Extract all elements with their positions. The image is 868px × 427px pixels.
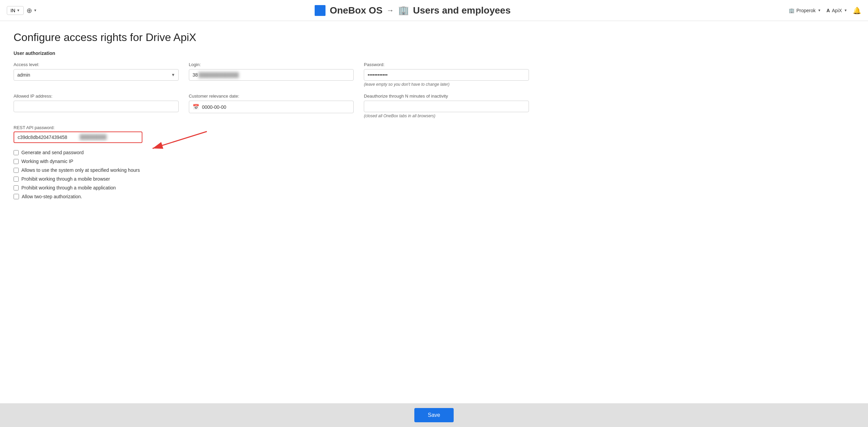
checkbox-dynamic-ip-label: Working with dynamic IP <box>21 159 73 164</box>
allowed-ip-input[interactable] <box>14 101 179 112</box>
company-name: Properok <box>796 8 816 13</box>
main-content: Configure access rights for Drive ApiX U… <box>0 21 542 209</box>
customer-relevance-input[interactable]: 0000-00-00 <box>202 104 350 110</box>
checkbox-working-hours-input[interactable] <box>14 168 19 173</box>
access-level-label: Access level: <box>14 62 179 67</box>
section-label: User authorization <box>14 50 529 56</box>
checkbox-dynamic-ip-input[interactable] <box>14 159 19 164</box>
checkbox-mobile-app-input[interactable] <box>14 185 19 190</box>
access-level-select[interactable]: admin user manager <box>14 69 179 81</box>
header: IN ▼ ⊕ ▼ OneBox OS → 🏢 Users and employe… <box>0 0 868 21</box>
header-center: OneBox OS → 🏢 Users and employees <box>37 5 789 16</box>
deauth-col: Deauthorize through N minutes of inactiv… <box>364 94 529 118</box>
access-level-col: Access level: admin user manager ▼ <box>14 62 179 81</box>
checkbox-mobile-app-label: Prohibit working through a mobile applic… <box>21 185 116 190</box>
checkbox-working-hours[interactable]: Allows to use the system only at specifi… <box>14 167 529 173</box>
user-name: ApiX <box>832 8 842 13</box>
in-dropdown-arrow: ▼ <box>17 8 20 12</box>
user-dropdown-arrow: ▼ <box>844 8 847 12</box>
access-level-select-wrapper: admin user manager ▼ <box>14 69 179 81</box>
rest-api-label: REST API password: <box>14 125 529 130</box>
company-icon: 🏢 <box>789 8 794 13</box>
add-button[interactable]: ⊕ ▼ <box>26 6 37 15</box>
form-row-2: Allowed IP address: Customer relevance d… <box>14 94 529 118</box>
checkbox-mobile-browser-label: Prohibit working through a mobile browse… <box>21 176 110 182</box>
app-name: OneBox OS <box>330 5 382 16</box>
password-col: Password: (leave empty so you don't have… <box>364 62 529 87</box>
checkbox-dynamic-ip[interactable]: Working with dynamic IP <box>14 159 529 164</box>
password-hint: (leave empty so you don't have to change… <box>364 82 529 87</box>
company-selector[interactable]: 🏢 Properok ▼ <box>789 8 821 13</box>
section-icon: 🏢 <box>398 5 409 16</box>
calendar-icon: 📅 <box>193 104 199 110</box>
section-title: Users and employees <box>413 5 511 16</box>
header-left: IN ▼ ⊕ ▼ <box>7 6 37 15</box>
checkbox-generate-send-label: Generate and send password <box>21 150 84 155</box>
rest-api-masked: ████████ <box>80 134 106 140</box>
customer-relevance-label: Customer relevance date: <box>189 94 354 99</box>
page-title: Configure access rights for Drive ApiX <box>14 31 529 44</box>
rest-api-input-container: ████████ <box>14 131 529 143</box>
in-label: IN <box>11 8 15 13</box>
checkbox-generate-send-input[interactable] <box>14 150 19 155</box>
rest-api-section: REST API password: ████████ <box>14 125 529 143</box>
password-label: Password: <box>364 62 529 67</box>
onebox-logo <box>315 5 326 16</box>
login-label: Login: <box>189 62 354 67</box>
allowed-ip-label: Allowed IP address: <box>14 94 179 99</box>
user-initial: A <box>826 8 830 13</box>
checkbox-list: Generate and send password Working with … <box>14 150 529 199</box>
deauth-label: Deauthorize through N minutes of inactiv… <box>364 94 529 99</box>
login-col: Login: 38 ████████████ <box>189 62 354 81</box>
company-dropdown-arrow: ▼ <box>817 8 821 12</box>
breadcrumb-arrow: → <box>387 6 394 15</box>
customer-relevance-col: Customer relevance date: 📅 0000-00-00 <box>189 94 354 113</box>
login-masked: ████████████ <box>198 72 239 78</box>
deauth-input[interactable] <box>364 101 529 112</box>
login-prefix: 38 <box>193 72 198 78</box>
add-dropdown-arrow: ▼ <box>34 8 37 12</box>
checkbox-two-step-auth[interactable]: Allow two-step authorization. <box>14 194 529 199</box>
checkbox-mobile-app[interactable]: Prohibit working through a mobile applic… <box>14 185 529 190</box>
user-selector[interactable]: A ApiX ▼ <box>826 8 847 13</box>
checkbox-mobile-browser[interactable]: Prohibit working through a mobile browse… <box>14 176 529 182</box>
in-button[interactable]: IN ▼ <box>7 6 24 15</box>
allowed-ip-col: Allowed IP address: <box>14 94 179 112</box>
checkbox-working-hours-label: Allows to use the system only at specifi… <box>21 167 140 173</box>
checkbox-two-step-auth-label: Allow two-step authorization. <box>22 194 82 199</box>
date-input-wrapper[interactable]: 📅 0000-00-00 <box>189 101 354 113</box>
plus-icon: ⊕ <box>26 6 32 15</box>
password-input[interactable] <box>364 69 529 81</box>
checkbox-two-step-auth-input[interactable] <box>14 194 19 199</box>
notification-bell-icon[interactable]: 🔔 <box>853 6 861 15</box>
rest-api-input[interactable] <box>14 131 142 143</box>
deauth-hint: (closed all OneBox tabs in all browsers) <box>364 114 529 118</box>
checkbox-mobile-browser-input[interactable] <box>14 177 19 182</box>
header-right: 🏢 Properok ▼ A ApiX ▼ 🔔 <box>789 6 861 15</box>
form-row-1: Access level: admin user manager ▼ Login… <box>14 62 529 87</box>
checkbox-generate-send[interactable]: Generate and send password <box>14 150 529 155</box>
